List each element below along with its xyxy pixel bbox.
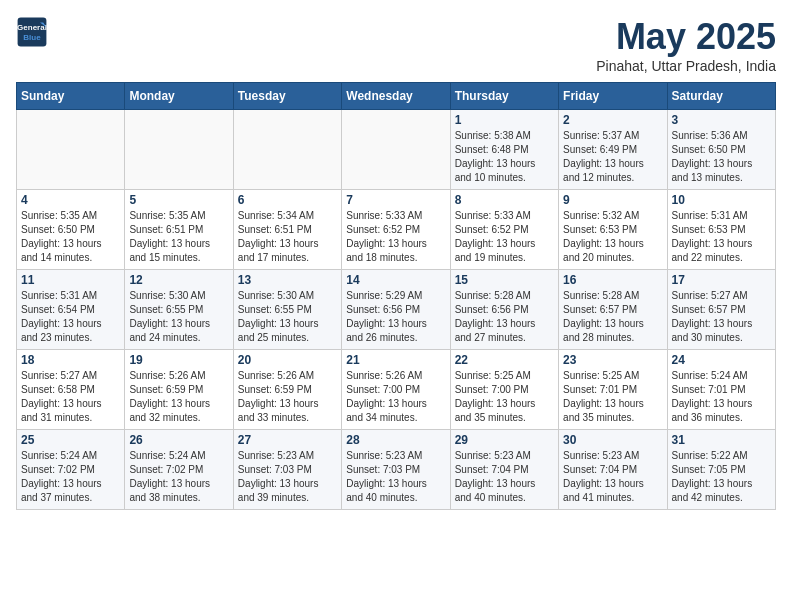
day-number: 27 — [238, 433, 337, 447]
calendar-cell: 16Sunrise: 5:28 AM Sunset: 6:57 PM Dayli… — [559, 270, 667, 350]
day-info: Sunrise: 5:36 AM Sunset: 6:50 PM Dayligh… — [672, 129, 771, 185]
day-info: Sunrise: 5:31 AM Sunset: 6:53 PM Dayligh… — [672, 209, 771, 265]
day-number: 17 — [672, 273, 771, 287]
calendar-cell: 21Sunrise: 5:26 AM Sunset: 7:00 PM Dayli… — [342, 350, 450, 430]
week-row-3: 11Sunrise: 5:31 AM Sunset: 6:54 PM Dayli… — [17, 270, 776, 350]
calendar-cell: 4Sunrise: 5:35 AM Sunset: 6:50 PM Daylig… — [17, 190, 125, 270]
month-title: May 2025 — [596, 16, 776, 58]
header-thursday: Thursday — [450, 83, 558, 110]
day-number: 5 — [129, 193, 228, 207]
calendar-cell: 26Sunrise: 5:24 AM Sunset: 7:02 PM Dayli… — [125, 430, 233, 510]
day-info: Sunrise: 5:28 AM Sunset: 6:56 PM Dayligh… — [455, 289, 554, 345]
day-info: Sunrise: 5:35 AM Sunset: 6:51 PM Dayligh… — [129, 209, 228, 265]
day-number: 4 — [21, 193, 120, 207]
header-wednesday: Wednesday — [342, 83, 450, 110]
calendar-cell — [342, 110, 450, 190]
day-number: 25 — [21, 433, 120, 447]
day-number: 20 — [238, 353, 337, 367]
calendar-cell: 25Sunrise: 5:24 AM Sunset: 7:02 PM Dayli… — [17, 430, 125, 510]
svg-text:Blue: Blue — [23, 33, 41, 42]
day-info: Sunrise: 5:27 AM Sunset: 6:58 PM Dayligh… — [21, 369, 120, 425]
week-row-4: 18Sunrise: 5:27 AM Sunset: 6:58 PM Dayli… — [17, 350, 776, 430]
day-info: Sunrise: 5:33 AM Sunset: 6:52 PM Dayligh… — [455, 209, 554, 265]
calendar-cell — [125, 110, 233, 190]
day-info: Sunrise: 5:25 AM Sunset: 7:01 PM Dayligh… — [563, 369, 662, 425]
day-number: 11 — [21, 273, 120, 287]
calendar-table: SundayMondayTuesdayWednesdayThursdayFrid… — [16, 82, 776, 510]
title-block: May 2025 Pinahat, Uttar Pradesh, India — [596, 16, 776, 74]
week-row-1: 1Sunrise: 5:38 AM Sunset: 6:48 PM Daylig… — [17, 110, 776, 190]
day-number: 31 — [672, 433, 771, 447]
day-number: 8 — [455, 193, 554, 207]
day-info: Sunrise: 5:23 AM Sunset: 7:04 PM Dayligh… — [455, 449, 554, 505]
day-number: 30 — [563, 433, 662, 447]
day-number: 2 — [563, 113, 662, 127]
calendar-cell: 29Sunrise: 5:23 AM Sunset: 7:04 PM Dayli… — [450, 430, 558, 510]
day-info: Sunrise: 5:32 AM Sunset: 6:53 PM Dayligh… — [563, 209, 662, 265]
day-number: 28 — [346, 433, 445, 447]
header-tuesday: Tuesday — [233, 83, 341, 110]
day-number: 19 — [129, 353, 228, 367]
day-info: Sunrise: 5:30 AM Sunset: 6:55 PM Dayligh… — [238, 289, 337, 345]
day-number: 10 — [672, 193, 771, 207]
day-info: Sunrise: 5:25 AM Sunset: 7:00 PM Dayligh… — [455, 369, 554, 425]
calendar-cell: 20Sunrise: 5:26 AM Sunset: 6:59 PM Dayli… — [233, 350, 341, 430]
calendar-cell: 31Sunrise: 5:22 AM Sunset: 7:05 PM Dayli… — [667, 430, 775, 510]
calendar-cell: 19Sunrise: 5:26 AM Sunset: 6:59 PM Dayli… — [125, 350, 233, 430]
day-info: Sunrise: 5:23 AM Sunset: 7:03 PM Dayligh… — [238, 449, 337, 505]
day-number: 15 — [455, 273, 554, 287]
day-number: 23 — [563, 353, 662, 367]
day-number: 22 — [455, 353, 554, 367]
day-number: 29 — [455, 433, 554, 447]
header-row: SundayMondayTuesdayWednesdayThursdayFrid… — [17, 83, 776, 110]
header-saturday: Saturday — [667, 83, 775, 110]
day-info: Sunrise: 5:26 AM Sunset: 7:00 PM Dayligh… — [346, 369, 445, 425]
svg-text:General: General — [17, 23, 47, 32]
day-number: 6 — [238, 193, 337, 207]
day-info: Sunrise: 5:24 AM Sunset: 7:02 PM Dayligh… — [129, 449, 228, 505]
location: Pinahat, Uttar Pradesh, India — [596, 58, 776, 74]
page-header: General Blue May 2025 Pinahat, Uttar Pra… — [16, 16, 776, 74]
day-number: 21 — [346, 353, 445, 367]
header-monday: Monday — [125, 83, 233, 110]
day-info: Sunrise: 5:37 AM Sunset: 6:49 PM Dayligh… — [563, 129, 662, 185]
day-number: 18 — [21, 353, 120, 367]
day-info: Sunrise: 5:34 AM Sunset: 6:51 PM Dayligh… — [238, 209, 337, 265]
calendar-cell: 18Sunrise: 5:27 AM Sunset: 6:58 PM Dayli… — [17, 350, 125, 430]
day-info: Sunrise: 5:28 AM Sunset: 6:57 PM Dayligh… — [563, 289, 662, 345]
calendar-cell: 15Sunrise: 5:28 AM Sunset: 6:56 PM Dayli… — [450, 270, 558, 350]
day-info: Sunrise: 5:30 AM Sunset: 6:55 PM Dayligh… — [129, 289, 228, 345]
calendar-cell: 7Sunrise: 5:33 AM Sunset: 6:52 PM Daylig… — [342, 190, 450, 270]
day-info: Sunrise: 5:23 AM Sunset: 7:03 PM Dayligh… — [346, 449, 445, 505]
day-info: Sunrise: 5:31 AM Sunset: 6:54 PM Dayligh… — [21, 289, 120, 345]
calendar-cell: 30Sunrise: 5:23 AM Sunset: 7:04 PM Dayli… — [559, 430, 667, 510]
day-info: Sunrise: 5:24 AM Sunset: 7:01 PM Dayligh… — [672, 369, 771, 425]
calendar-cell: 14Sunrise: 5:29 AM Sunset: 6:56 PM Dayli… — [342, 270, 450, 350]
day-number: 16 — [563, 273, 662, 287]
day-number: 3 — [672, 113, 771, 127]
calendar-cell: 9Sunrise: 5:32 AM Sunset: 6:53 PM Daylig… — [559, 190, 667, 270]
day-info: Sunrise: 5:35 AM Sunset: 6:50 PM Dayligh… — [21, 209, 120, 265]
day-info: Sunrise: 5:22 AM Sunset: 7:05 PM Dayligh… — [672, 449, 771, 505]
day-number: 26 — [129, 433, 228, 447]
logo: General Blue — [16, 16, 48, 48]
day-info: Sunrise: 5:26 AM Sunset: 6:59 PM Dayligh… — [129, 369, 228, 425]
calendar-cell: 17Sunrise: 5:27 AM Sunset: 6:57 PM Dayli… — [667, 270, 775, 350]
day-info: Sunrise: 5:26 AM Sunset: 6:59 PM Dayligh… — [238, 369, 337, 425]
header-sunday: Sunday — [17, 83, 125, 110]
calendar-cell: 10Sunrise: 5:31 AM Sunset: 6:53 PM Dayli… — [667, 190, 775, 270]
header-friday: Friday — [559, 83, 667, 110]
calendar-cell: 12Sunrise: 5:30 AM Sunset: 6:55 PM Dayli… — [125, 270, 233, 350]
calendar-cell: 13Sunrise: 5:30 AM Sunset: 6:55 PM Dayli… — [233, 270, 341, 350]
week-row-5: 25Sunrise: 5:24 AM Sunset: 7:02 PM Dayli… — [17, 430, 776, 510]
day-number: 1 — [455, 113, 554, 127]
calendar-cell: 3Sunrise: 5:36 AM Sunset: 6:50 PM Daylig… — [667, 110, 775, 190]
calendar-cell: 23Sunrise: 5:25 AM Sunset: 7:01 PM Dayli… — [559, 350, 667, 430]
calendar-cell: 8Sunrise: 5:33 AM Sunset: 6:52 PM Daylig… — [450, 190, 558, 270]
day-info: Sunrise: 5:23 AM Sunset: 7:04 PM Dayligh… — [563, 449, 662, 505]
calendar-cell: 6Sunrise: 5:34 AM Sunset: 6:51 PM Daylig… — [233, 190, 341, 270]
calendar-cell: 2Sunrise: 5:37 AM Sunset: 6:49 PM Daylig… — [559, 110, 667, 190]
calendar-cell: 5Sunrise: 5:35 AM Sunset: 6:51 PM Daylig… — [125, 190, 233, 270]
calendar-cell: 1Sunrise: 5:38 AM Sunset: 6:48 PM Daylig… — [450, 110, 558, 190]
calendar-cell: 11Sunrise: 5:31 AM Sunset: 6:54 PM Dayli… — [17, 270, 125, 350]
